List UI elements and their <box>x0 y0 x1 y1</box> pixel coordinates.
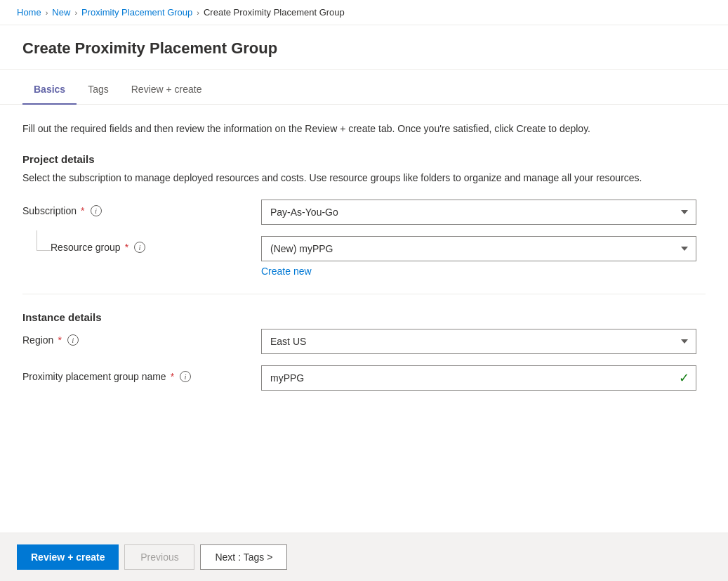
project-details-description: Select the subscription to manage deploy… <box>22 171 706 185</box>
breadcrumb-sep-1: › <box>46 8 48 17</box>
form-description: Fill out the required fields and then re… <box>22 122 706 136</box>
ppg-name-required: * <box>171 371 174 382</box>
subscription-select[interactable]: Pay-As-You-Go <box>261 200 696 225</box>
breadcrumb-new[interactable]: New <box>52 7 70 18</box>
review-create-button[interactable]: Review + create <box>17 544 119 570</box>
tabs-area: Basics Tags Review + create <box>0 75 728 105</box>
bottom-bar: Review + create Previous Next : Tags > <box>0 533 728 581</box>
ppg-name-input[interactable] <box>261 365 696 391</box>
resource-group-select[interactable]: (New) myPPG <box>261 236 696 261</box>
breadcrumb-sep-3: › <box>197 8 199 17</box>
ppg-name-control: ✓ <box>261 365 706 391</box>
main-content: Create Proximity Placement Group Basics … <box>0 25 728 533</box>
ppg-name-row: Proximity placement group name * i ✓ <box>22 365 706 391</box>
instance-details-title: Instance details <box>22 311 706 323</box>
page-title: Create Proximity Placement Group <box>22 39 706 58</box>
breadcrumb-home[interactable]: Home <box>17 7 41 18</box>
create-new-link[interactable]: Create new <box>261 266 312 277</box>
region-info-icon[interactable]: i <box>67 334 79 346</box>
region-required: * <box>58 334 61 346</box>
subscription-info-icon[interactable]: i <box>91 205 102 216</box>
validation-check-icon: ✓ <box>679 370 689 386</box>
breadcrumb-ppg[interactable]: Proximity Placement Group <box>81 7 192 18</box>
region-control: East US <box>261 329 706 354</box>
subscription-dropdown-wrapper: Pay-As-You-Go <box>261 200 696 225</box>
subscription-required: * <box>81 205 84 216</box>
breadcrumb-sep-2: › <box>74 8 77 17</box>
form-body: Fill out the required fields and then re… <box>0 105 728 533</box>
subscription-row: Subscription * i Pay-As-You-Go <box>22 200 706 225</box>
project-details-title: Project details <box>22 153 706 165</box>
region-select[interactable]: East US <box>261 329 696 354</box>
region-label-col: Region * i <box>22 329 261 346</box>
next-button[interactable]: Next : Tags > <box>200 544 287 570</box>
resource-group-info-icon[interactable]: i <box>134 242 145 253</box>
page-header: Create Proximity Placement Group <box>0 25 728 70</box>
ppg-name-info-icon[interactable]: i <box>180 371 191 382</box>
resource-group-dropdown-wrapper: (New) myPPG <box>261 236 696 261</box>
indent-connector <box>22 236 51 242</box>
subscription-label-col: Subscription * i <box>22 200 261 216</box>
breadcrumb: Home › New › Proximity Placement Group ›… <box>0 0 728 25</box>
resource-group-label-col: Resource group * i <box>51 236 261 253</box>
tab-review-create[interactable]: Review + create <box>120 75 213 105</box>
resource-group-row: Resource group * i (New) myPPG Create ne… <box>22 236 706 277</box>
resource-group-label: Resource group <box>51 242 121 253</box>
resource-group-control: (New) myPPG Create new <box>261 236 706 277</box>
tab-tags[interactable]: Tags <box>77 75 120 105</box>
tab-basics[interactable]: Basics <box>22 75 77 105</box>
breadcrumb-current: Create Proximity Placement Group <box>204 7 345 18</box>
region-dropdown-wrapper: East US <box>261 329 696 354</box>
ppg-name-input-wrapper: ✓ <box>261 365 696 391</box>
region-label: Region <box>22 334 53 346</box>
subscription-label: Subscription <box>22 205 77 216</box>
section-divider <box>22 294 706 294</box>
ppg-name-label: Proximity placement group name <box>22 371 166 382</box>
resource-group-required: * <box>125 242 128 253</box>
previous-button: Previous <box>124 544 194 570</box>
region-row: Region * i East US <box>22 329 706 354</box>
ppg-name-label-col: Proximity placement group name * i <box>22 365 261 382</box>
subscription-control: Pay-As-You-Go <box>261 200 706 225</box>
